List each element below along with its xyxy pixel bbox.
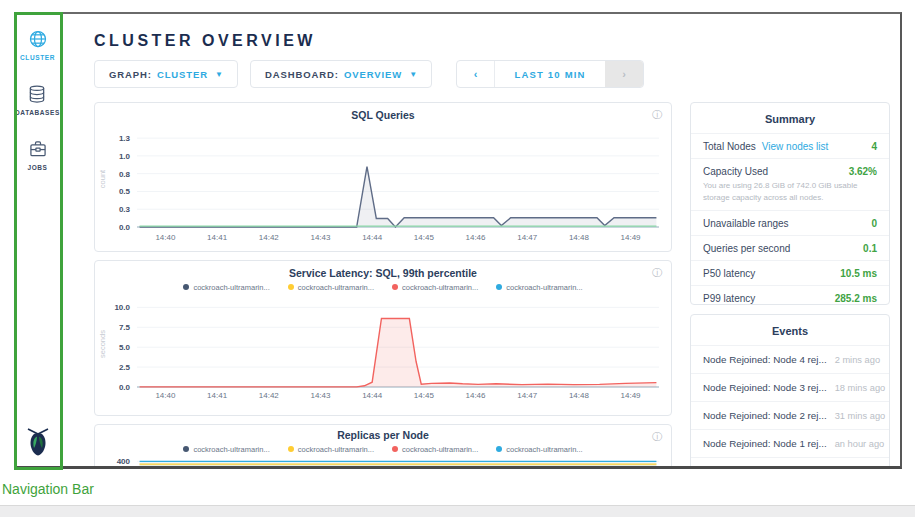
summary-value: 0.1: [863, 243, 877, 254]
service-latency-plot: 0.02.55.07.510.014:4014:4114:4214:4314:4…: [95, 293, 671, 409]
legend-label: cockroach-ultramarin...: [193, 283, 269, 292]
summary-title: Summary: [691, 103, 889, 133]
svg-text:14:45: 14:45: [414, 233, 435, 242]
event-time: 18 mins ago: [827, 383, 886, 393]
legend-label: cockroach-ultramarin...: [506, 283, 582, 292]
event-text: Node Rejoined: Node 1 rej...: [703, 438, 827, 449]
dashboard-dropdown[interactable]: DASHBOARD: OVERVIEW ▼: [250, 60, 432, 88]
event-text: Node Rejoined: Node 4 rej...: [703, 354, 827, 365]
svg-text:14:47: 14:47: [517, 391, 538, 400]
cockroachdb-logo[interactable]: [14, 428, 62, 456]
svg-text:14:41: 14:41: [207, 391, 228, 400]
time-range-selector: ‹ LAST 10 MIN ›: [456, 60, 644, 88]
svg-text:14:42: 14:42: [259, 233, 280, 242]
legend-item[interactable]: cockroach-ultramarin...: [392, 445, 478, 454]
legend-item[interactable]: cockroach-ultramarin...: [183, 283, 269, 292]
event-row[interactable]: Node Rejoined: Node 4 rej... 2 mins ago: [691, 345, 889, 373]
legend-dot-icon: [392, 446, 398, 452]
page-title: CLUSTER OVERVIEW: [94, 32, 316, 50]
navigation-bar-annotation-label: Navigation Bar: [2, 481, 94, 497]
summary-value: 4: [871, 141, 877, 152]
chart-svg: 4003002001000.014:4014:4114:4214:4314:44…: [95, 455, 671, 469]
legend-label: cockroach-ultramarin...: [298, 283, 374, 292]
svg-text:14:47: 14:47: [517, 233, 538, 242]
app-window: CLUSTER DATABASES: [14, 12, 902, 469]
chart-svg: 0.00.30.50.81.01.314:4014:4114:4214:4314…: [95, 121, 671, 247]
graph-dropdown-value: CLUSTER: [157, 69, 208, 80]
svg-text:5.0: 5.0: [119, 343, 131, 352]
legend-dot-icon: [496, 446, 502, 452]
legend-item[interactable]: cockroach-ultramarin...: [496, 445, 582, 454]
summary-row-queries-per-second: Queries per second 0.1: [691, 235, 889, 260]
summary-row-p50-latency: P50 latency 10.5 ms: [691, 260, 889, 285]
page-bottom-strip: [0, 505, 915, 517]
summary-label: Capacity Used: [703, 166, 768, 177]
chart-title: Service Latency: SQL, 99th percentile: [95, 267, 671, 279]
legend-item[interactable]: cockroach-ultramarin...: [288, 445, 374, 454]
svg-text:0.3: 0.3: [119, 205, 131, 214]
svg-text:2.5: 2.5: [119, 363, 131, 372]
event-row[interactable]: Node Rejoined: Node 1 rej... an hour ago: [691, 429, 889, 457]
legend-item[interactable]: cockroach-ultramarin...: [288, 283, 374, 292]
sidebar-item-cluster[interactable]: CLUSTER: [20, 28, 55, 61]
events-panel: Events Node Rejoined: Node 4 rej... 2 mi…: [690, 314, 890, 469]
sidebar-item-label: JOBS: [27, 164, 47, 171]
sql-queries-chart-panel: SQL Queries ⓘ 0.00.30.50.81.01.314:4014:…: [94, 102, 672, 252]
legend-label: cockroach-ultramarin...: [402, 445, 478, 454]
chevron-down-icon: ▼: [409, 70, 417, 79]
time-prev-button[interactable]: ‹: [457, 61, 495, 87]
replicas-per-node-chart-panel: Replicas per Node ⓘ cockroach-ultramarin…: [94, 424, 672, 469]
event-time: an hour ago: [827, 439, 885, 449]
svg-text:14:46: 14:46: [466, 391, 487, 400]
svg-text:14:45: 14:45: [414, 391, 435, 400]
event-row[interactable]: Node Rejoined: Node 4 rej... an hour ago: [691, 457, 889, 469]
svg-text:14:49: 14:49: [621, 391, 642, 400]
svg-text:1.0: 1.0: [119, 152, 131, 161]
capacity-description: You are using 26.8 GiB of 742.0 GiB usab…: [703, 180, 877, 204]
database-icon: [26, 83, 48, 105]
sidebar-item-databases[interactable]: DATABASES: [15, 83, 60, 116]
svg-text:14:44: 14:44: [362, 233, 383, 242]
service-latency-chart-panel: Service Latency: SQL, 99th percentile ⓘ …: [94, 260, 672, 416]
summary-label: P99 latency: [703, 293, 755, 304]
sql-queries-plot: 0.00.30.50.81.01.314:4014:4114:4214:4314…: [95, 121, 671, 251]
legend-item[interactable]: cockroach-ultramarin...: [183, 445, 269, 454]
view-nodes-list-link[interactable]: View nodes list: [762, 141, 829, 152]
graph-dropdown[interactable]: GRAPH: CLUSTER ▼: [94, 60, 238, 88]
sidebar-item-label: CLUSTER: [20, 54, 55, 61]
chevron-down-icon: ▼: [215, 70, 223, 79]
info-icon[interactable]: ⓘ: [652, 432, 662, 442]
graph-dropdown-label: GRAPH:: [109, 69, 152, 80]
event-row[interactable]: Node Rejoined: Node 3 rej... 18 mins ago: [691, 373, 889, 401]
legend-label: cockroach-ultramarin...: [193, 445, 269, 454]
legend-item[interactable]: cockroach-ultramarin...: [392, 283, 478, 292]
event-row[interactable]: Node Rejoined: Node 2 rej... 31 mins ago: [691, 401, 889, 429]
event-time: 2 mins ago: [827, 355, 880, 365]
sidebar-item-jobs[interactable]: JOBS: [27, 138, 49, 171]
globe-icon: [27, 28, 49, 50]
sidebar-item-label: DATABASES: [15, 109, 60, 116]
legend-dot-icon: [183, 446, 189, 452]
event-text: Node Rejoined: Node 3 rej...: [703, 382, 827, 393]
dashboard-dropdown-value: OVERVIEW: [344, 69, 402, 80]
svg-text:count: count: [98, 169, 107, 188]
info-icon[interactable]: ⓘ: [652, 110, 662, 120]
legend-dot-icon: [288, 446, 294, 452]
svg-text:7.5: 7.5: [119, 323, 131, 332]
event-time: an hour ago: [827, 467, 885, 470]
main-content: CLUSTER OVERVIEW GRAPH: CLUSTER ▼ DASHBO…: [62, 14, 900, 466]
dashboard-dropdown-label: DASHBOARD:: [265, 69, 339, 80]
svg-text:0.0: 0.0: [119, 383, 131, 392]
event-text: Node Rejoined: Node 4 rej...: [703, 466, 827, 469]
legend-item[interactable]: cockroach-ultramarin...: [496, 283, 582, 292]
time-range-label[interactable]: LAST 10 MIN: [495, 61, 605, 87]
svg-text:seconds: seconds: [98, 330, 107, 358]
summary-row-p99-latency: P99 latency 285.2 ms: [691, 285, 889, 310]
navigation-bar: CLUSTER DATABASES: [14, 14, 62, 466]
svg-text:14:42: 14:42: [259, 391, 280, 400]
svg-text:14:46: 14:46: [466, 233, 487, 242]
svg-text:400: 400: [117, 457, 131, 466]
time-next-button[interactable]: ›: [605, 61, 643, 87]
summary-value: 285.2 ms: [835, 293, 877, 304]
info-icon[interactable]: ⓘ: [652, 268, 662, 278]
